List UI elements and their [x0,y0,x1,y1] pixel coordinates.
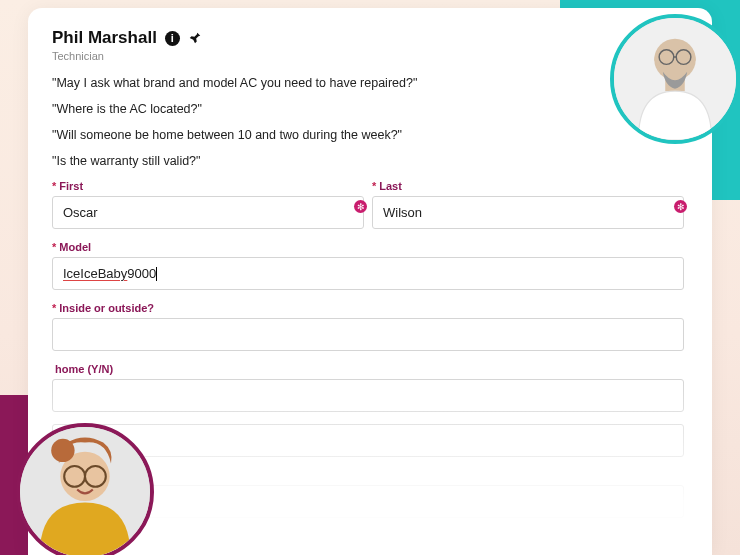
quote-line: "Is the warranty still valid?" [52,154,684,168]
info-icon[interactable]: i [165,31,180,46]
avatar-technician [610,14,740,144]
script-quotes: "May I ask what brand and model AC you n… [52,76,684,168]
asterisk-badge: ✻ [674,200,687,213]
quote-line: "Where is the AC located?" [52,102,684,116]
label-home: home (Y/N) [52,363,684,375]
label-last: *Last [372,180,684,192]
last-input[interactable] [372,196,684,229]
model-input[interactable]: IceIceBaby 9000 [52,257,684,290]
dialog-header: Phil Marshall i [52,28,684,48]
field-home: home (Y/N) [52,363,684,412]
home-input[interactable] [52,379,684,412]
quote-line: "Will someone be home between 10 and two… [52,128,684,142]
field-hidden [52,424,684,457]
quote-line: "May I ask what brand and model AC you n… [52,76,684,90]
avatar-customer [16,423,154,555]
location-input[interactable] [52,318,684,351]
label-location: *Inside or outside? [52,302,684,314]
label-first: *First [52,180,364,192]
field-first: *First ✻ [52,180,364,229]
field-model: *Model IceIceBaby 9000 [52,241,684,290]
text-caret [156,267,157,281]
page-title: Phil Marshall [52,28,157,48]
svg-point-8 [51,439,74,462]
hidden-input[interactable] [52,424,684,457]
role-subtitle: Technician [52,50,684,62]
first-input[interactable] [52,196,364,229]
field-location: *Inside or outside? [52,302,684,351]
pin-icon[interactable] [188,31,202,45]
label-model: *Model [52,241,684,253]
field-last: *Last ✻ [372,180,684,229]
asterisk-badge: ✻ [354,200,367,213]
